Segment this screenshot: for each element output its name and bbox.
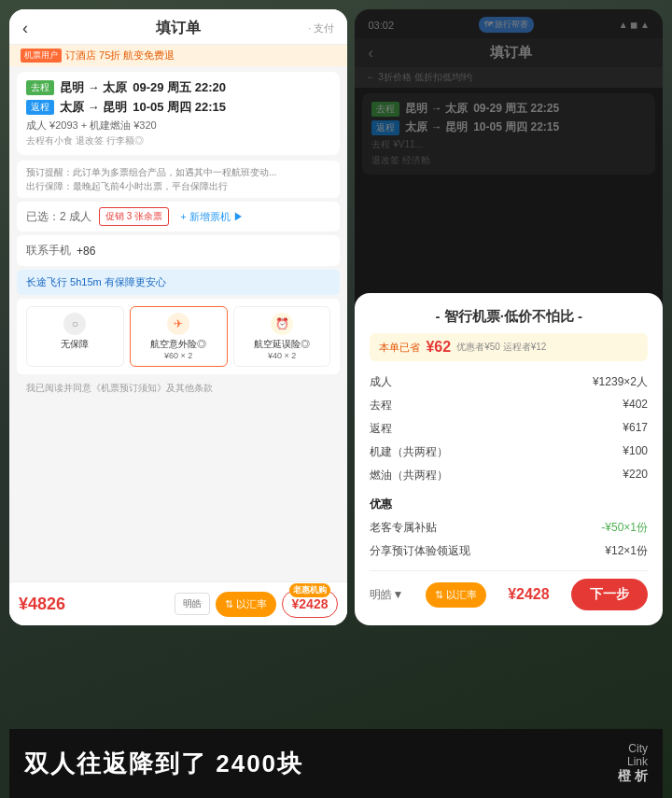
popup-outbound-row: 去程 ¥402 [370, 394, 648, 417]
outbound-value: ¥402 [623, 398, 648, 413]
return-route: 太原 → 昆明 [60, 99, 127, 116]
main-container: ‹ 填订单 · 支付 机票用户 订酒店 75折 航变免费退 去程 昆明 → 太原… [9, 9, 663, 798]
bottom-text-bar: 双人往返降到了 2400块 City Link 橙 析 [9, 729, 663, 798]
step-info: · 支付 [308, 21, 334, 35]
bottom-logo: City Link 橙 析 [618, 742, 648, 785]
right-phone: 03:02 🗺 旅行帮赛 ▲ ◼ ▲ ‹ 填订单 ← 3折价格 低折扣低均!约 … [355, 9, 663, 625]
logo-line2: Link [618, 755, 648, 768]
outbound-flight-row: 去程 昆明 → 太原 09-29 周五 22:20 [26, 79, 330, 96]
share-label: 以汇率 [236, 597, 267, 611]
bottom-main-text: 双人往返降到了 2400块 [24, 748, 303, 780]
youhui-label: 优惠 [370, 497, 392, 512]
outbound-tag: 去程 [26, 80, 54, 95]
insurance-banner: 长途飞行 5h15m 有保障更安心 [17, 270, 340, 295]
price-row: 成人 ¥2093 + 机建燃油 ¥320 [26, 119, 330, 133]
laoke-value: -¥50×1份 [601, 520, 648, 536]
popup-next-button[interactable]: 下一步 [571, 579, 648, 610]
left-banner: 机票用户 订酒店 75折 航变免费退 [9, 45, 347, 66]
ins-accident[interactable]: ✈ 航空意外险◎ ¥60 × 2 [130, 306, 228, 367]
ins-no-protection[interactable]: ○ 无保障 [26, 306, 124, 367]
popup-title: - 智行机票·低价不怕比 - [370, 308, 648, 326]
popup-share-label: ⇅ 以汇率 [435, 588, 477, 602]
logo-line1: City [618, 742, 648, 755]
next-price-value: ¥2428 [292, 596, 329, 611]
popup-card: - 智行机票·低价不怕比 - 本单已省 ¥62 优惠者¥50 运程者¥12 成人… [355, 293, 663, 625]
selected-row: 已选：2 成人 促销 3 张余票 + 新增票机 ▶ [17, 202, 340, 231]
popup-coupon-button[interactable]: 明皓▼ [370, 587, 403, 603]
notes-section: 预订提醒：此订单为多票组合产品，如遇其中一程航班变动... 出行保障：最晚起飞前… [17, 161, 340, 198]
adult-value: ¥1239×2人 [593, 374, 648, 390]
ins-accident-name: 航空意外险◎ [136, 338, 221, 351]
ins-delay-name: 航空延误险◎ [240, 338, 325, 351]
agreement-text: 我已阅读并同意《机票预订须知》及其他条款 [17, 378, 340, 399]
popup-return-row: 返程 ¥617 [370, 417, 648, 441]
ins-accident-price: ¥60 × 2 [136, 351, 221, 360]
popup-youhui-title: 优惠 [370, 493, 648, 516]
return-value: ¥617 [623, 421, 648, 437]
meal-row: 去程有小食 退改签 行李额◎ [26, 134, 330, 147]
popup-bottom-bar: 明皓▼ ⇅ 以汇率 ¥2428 下一步 [370, 570, 648, 610]
popup-share-row: 分享预订体验领返现 ¥12×1份 [370, 539, 648, 563]
price-badge: 老惠机购 [289, 583, 330, 597]
note-1: 预订提醒：此订单为多票组合产品，如遇其中一程航班变动... [26, 165, 330, 179]
return-tag: 返程 [26, 100, 54, 115]
savings-detail: 优惠者¥50 运程者¥12 [456, 341, 546, 354]
coupon-button[interactable]: 明皓 [175, 593, 210, 615]
popup-jijian-row: 机建（共两程） ¥100 [370, 441, 648, 464]
savings-row: 本单已省 ¥62 优惠者¥50 运程者¥12 [370, 333, 648, 361]
share-icon: ⇅ [225, 598, 233, 610]
popup-spacer [355, 9, 663, 293]
left-phone: ‹ 填订单 · 支付 机票用户 订酒店 75折 航变免费退 去程 昆明 → 太原… [9, 9, 347, 625]
left-total-price: ¥4826 [19, 595, 65, 614]
note-2: 出行保障：最晚起飞前4小时出票，平台保障出行 [26, 179, 330, 193]
popup-share-button[interactable]: ⇅ 以汇率 [426, 582, 486, 608]
popup-ranyou-row: 燃油（共两程） ¥220 [370, 464, 648, 487]
laoke-label: 老客专属补贴 [370, 520, 437, 536]
jijian-value: ¥100 [623, 444, 648, 460]
return-date: 10-05 周四 22:15 [133, 99, 226, 116]
share-return-label: 分享预订体验领返现 [370, 543, 470, 559]
outbound-date: 09-29 周五 22:20 [133, 79, 226, 96]
savings-amount: ¥62 [426, 339, 451, 356]
ins-delay[interactable]: ⏰ 航空延误险◎ ¥40 × 2 [233, 306, 331, 367]
contact-label: 联系手机 [26, 243, 71, 259]
flight-section: 去程 昆明 → 太原 09-29 周五 22:20 返程 太原 → 昆明 10-… [17, 72, 340, 155]
popup-laoke-row: 老客专属补贴 -¥50×1份 [370, 516, 648, 539]
insurance-cards: ○ 无保障 ✈ 航空意外险◎ ¥60 × 2 ⏰ 航空延误险◎ ¥40 × 2 [26, 306, 330, 367]
accident-icon: ✈ [167, 313, 189, 335]
popup-detail-table: 成人 ¥1239×2人 去程 ¥402 返程 ¥617 机建（共两程） [370, 371, 648, 563]
share-return-value: ¥12×1份 [605, 543, 648, 559]
add-seat-button[interactable]: + 新增票机 ▶ [180, 210, 244, 224]
left-phone-header: ‹ 填订单 · 支付 [9, 9, 347, 45]
return-flight-row: 返程 太原 → 昆明 10-05 周四 22:15 [26, 99, 330, 116]
left-phone-title: 填订单 [156, 19, 201, 38]
selected-label: 已选：2 成人 [26, 209, 91, 225]
ranyou-label: 燃油（共两程） [370, 468, 448, 483]
jijian-label: 机建（共两程） [370, 444, 448, 460]
logo-subtitle: 橙 析 [618, 768, 648, 785]
delay-icon: ⏰ [271, 313, 293, 335]
outbound-route: 昆明 → 太原 [60, 79, 127, 96]
ins-no-protection-name: 无保障 [33, 338, 118, 351]
insurance-banner-text: 长途飞行 5h15m 有保障更安心 [26, 275, 166, 289]
adult-label: 成人 [370, 374, 392, 390]
no-protection-icon: ○ [63, 313, 86, 335]
ins-delay-price: ¥40 × 2 [240, 351, 325, 360]
popup-overlay: - 智行机票·低价不怕比 - 本单已省 ¥62 优惠者¥50 运程者¥12 成人… [355, 9, 663, 625]
phones-row: ‹ 填订单 · 支付 机票用户 订酒店 75折 航变免费退 去程 昆明 → 太原… [9, 9, 663, 729]
savings-label: 本单已省 [379, 341, 420, 355]
banner-text: 订酒店 75折 航变免费退 [65, 49, 175, 63]
insurance-section: ○ 无保障 ✈ 航空意外险◎ ¥60 × 2 ⏰ 航空延误险◎ ¥40 × 2 [17, 299, 340, 374]
contact-section: 联系手机 +86 [17, 235, 340, 266]
popup-adult-row: 成人 ¥1239×2人 [370, 371, 648, 394]
ranyou-value: ¥220 [623, 468, 648, 483]
share-button[interactable]: ⇅ 以汇率 [216, 592, 276, 617]
contact-prefix[interactable]: +86 [77, 245, 95, 258]
popup-total-price: ¥2428 [508, 586, 550, 603]
promo-tag-button[interactable]: 促销 3 张余票 [99, 207, 169, 226]
next-price-button[interactable]: 老惠机购 ¥2428 [282, 590, 339, 618]
return-label: 返程 [370, 421, 392, 437]
back-icon[interactable]: ‹ [22, 19, 28, 38]
contact-row: 联系手机 +86 [26, 243, 330, 259]
left-bottom-bar: ¥4826 明皓 ⇅ 以汇率 老惠机购 ¥2428 [9, 581, 347, 625]
